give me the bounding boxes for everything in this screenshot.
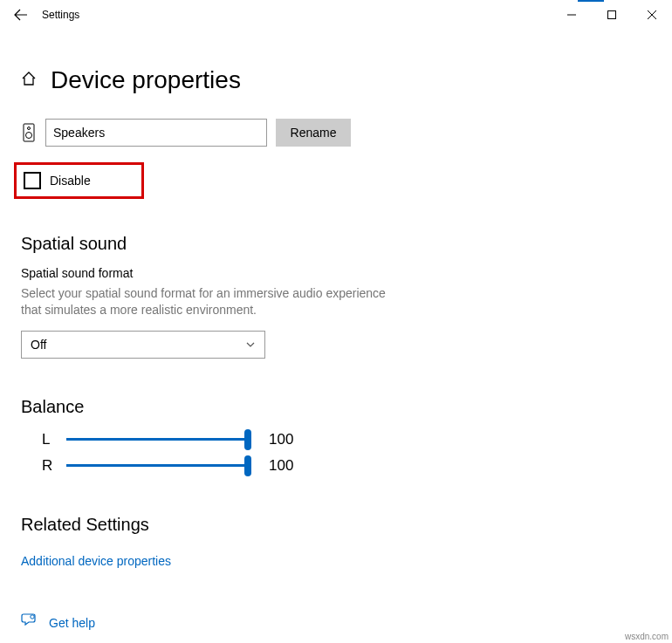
maximize-icon <box>607 10 616 19</box>
page-header: Device properties <box>21 66 651 94</box>
spatial-format-select[interactable]: Off <box>21 331 265 359</box>
back-button[interactable] <box>7 1 35 29</box>
minimize-icon <box>567 10 576 19</box>
svg-point-6 <box>26 133 32 139</box>
arrow-left-icon <box>14 8 28 22</box>
page-title: Device properties <box>51 66 241 94</box>
slider-thumb[interactable] <box>244 455 251 476</box>
get-help-link: Get help <box>49 616 95 630</box>
balance-right-label: R <box>42 457 52 475</box>
slider-fill <box>66 464 250 467</box>
minimize-button[interactable] <box>552 1 592 29</box>
additional-properties-link[interactable]: Additional device properties <box>21 554 171 568</box>
balance-left-label: L <box>42 431 52 448</box>
watermark: wsxdn.com <box>625 632 669 641</box>
close-icon <box>648 10 656 19</box>
close-button[interactable] <box>632 1 672 29</box>
related-heading: Related Settings <box>21 515 651 535</box>
home-icon[interactable] <box>21 71 37 90</box>
spatial-format-value: Off <box>31 338 46 352</box>
spatial-format-label: Spatial sound format <box>21 266 651 280</box>
spatial-heading: Spatial sound <box>21 234 651 254</box>
maximize-button[interactable] <box>592 1 632 29</box>
disable-row-highlight: Disable <box>14 162 144 199</box>
device-name-input[interactable] <box>45 119 267 147</box>
speaker-icon <box>21 123 37 142</box>
slider-thumb[interactable] <box>244 429 251 450</box>
balance-heading: Balance <box>21 397 651 417</box>
window-buttons <box>552 1 672 29</box>
help-icon <box>21 612 37 627</box>
slider-fill <box>66 438 250 441</box>
balance-left-row: L 100 <box>42 429 651 450</box>
svg-rect-1 <box>608 10 616 18</box>
related-section: Related Settings Additional device prope… <box>21 515 651 569</box>
chevron-down-icon <box>245 339 256 350</box>
balance-left-value: 100 <box>269 431 293 448</box>
rename-button[interactable]: Rename <box>276 119 351 147</box>
svg-point-5 <box>28 127 31 130</box>
balance-right-slider[interactable] <box>66 455 250 476</box>
disable-label: Disable <box>50 174 91 188</box>
spatial-description: Select your spatial sound format for an … <box>21 285 405 318</box>
balance-left-slider[interactable] <box>66 429 250 450</box>
accent-strip <box>578 0 604 2</box>
device-name-row: Rename <box>21 119 651 147</box>
disable-checkbox[interactable] <box>24 172 41 189</box>
balance-right-row: R 100 <box>42 455 651 476</box>
footer-links: Get help Give feedback <box>21 609 651 643</box>
titlebar: Settings <box>0 0 672 30</box>
svg-point-7 <box>31 615 34 619</box>
content: Device properties Rename Disable Spatial… <box>0 30 672 643</box>
get-help-row[interactable]: Get help <box>21 609 651 630</box>
window-title: Settings <box>42 9 79 21</box>
balance-right-value: 100 <box>269 457 293 475</box>
